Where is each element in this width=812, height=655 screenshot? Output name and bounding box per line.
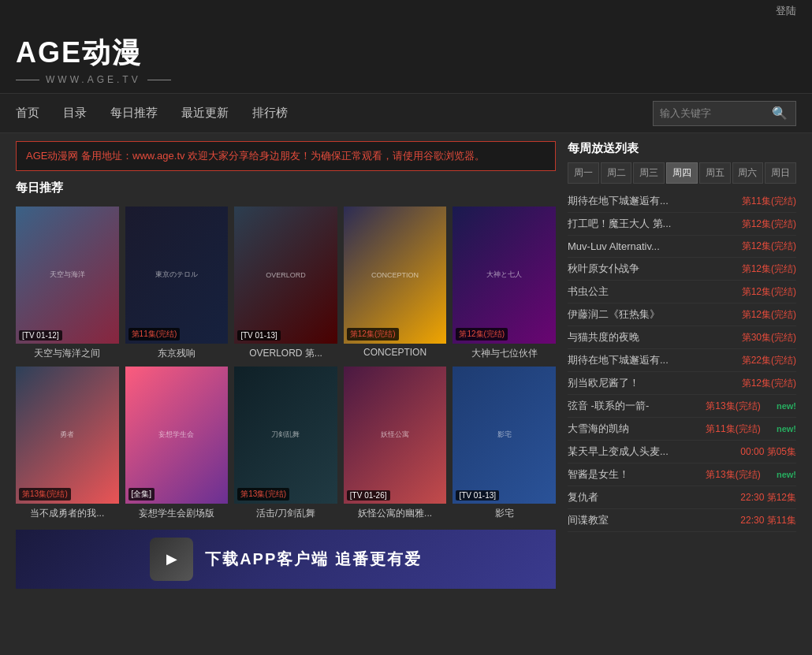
new-badge-9: new! — [777, 401, 796, 411]
anime-title-6: 当不成勇者的我... — [16, 507, 119, 520]
search-box: 🔍 — [653, 101, 796, 126]
tab-friday[interactable]: 周五 — [699, 162, 731, 184]
schedule-item-5[interactable]: 伊藤润二《狂热集》 第12集(完结) — [568, 303, 796, 326]
tab-wednesday[interactable]: 周三 — [633, 162, 665, 184]
daily-section-title: 每日推荐 — [16, 180, 556, 199]
anime-thumb-1: 天空与海洋 [TV 01-12] — [16, 207, 119, 344]
search-input[interactable] — [660, 107, 770, 119]
schedule-item-2[interactable]: Muv-Luv Alternativ... 第12集(完结) — [568, 236, 796, 258]
login-link[interactable]: 登陆 — [776, 5, 796, 17]
nav-home[interactable]: 首页 — [16, 95, 39, 132]
site-header: AGE动漫 WWW.AGE.TV — [0, 22, 812, 94]
anime-badge-2: 第11集(完结) — [129, 328, 181, 341]
weekly-title: 每周放送列表 — [568, 141, 796, 156]
anime-title-3: OVERLORD 第... — [234, 347, 337, 360]
anime-title-4: CONCEPTION — [344, 347, 447, 358]
nav-items: 首页 目录 每日推荐 最近更新 排行榜 — [16, 95, 653, 132]
notice-bar: AGE动漫网 备用地址：www.age.tv 欢迎大家分享给身边朋友！为确保正常… — [16, 141, 556, 171]
anime-card-10[interactable]: 影宅 [TV 01-13] 影宅 — [453, 367, 556, 520]
anime-badge-8: 第13集(完结) — [237, 488, 289, 501]
new-badge-10: new! — [777, 424, 796, 434]
banner-content: 下载APP客户端 追番更有爱 — [205, 549, 422, 570]
top-bar: 登陆 — [0, 0, 812, 22]
anime-badge-3: [TV 01-13] — [237, 330, 281, 341]
nav-daily[interactable]: 每日推荐 — [110, 95, 158, 132]
anime-thumb-4: CONCEPTION 第12集(完结) — [344, 207, 447, 344]
tab-monday[interactable]: 周一 — [568, 162, 599, 184]
anime-thumb-7: 妄想学生会 [全集] — [125, 367, 229, 504]
schedule-item-0[interactable]: 期待在地下城邂逅有... 第11集(完结) — [568, 190, 796, 213]
app-icon: ▶ — [150, 538, 193, 581]
content-left: AGE动漫网 备用地址：www.age.tv 欢迎大家分享给身边朋友！为确保正常… — [16, 141, 556, 589]
anime-card-7[interactable]: 妄想学生会 [全集] 妄想学生会剧场版 — [125, 367, 229, 520]
anime-title-2: 东京残响 — [125, 347, 229, 360]
anime-card-4[interactable]: CONCEPTION 第12集(完结) CONCEPTION — [344, 207, 447, 360]
tab-thursday[interactable]: 周四 — [666, 162, 698, 184]
anime-thumb-6: 勇者 第13集(完结) — [16, 367, 119, 504]
schedule-item-8[interactable]: 别当欧尼酱了！ 第12集(完结) — [568, 372, 796, 395]
anime-badge-6: 第13集(完结) — [19, 488, 71, 501]
anime-title-7: 妄想学生会剧场版 — [125, 507, 229, 520]
main-nav: 首页 目录 每日推荐 最近更新 排行榜 🔍 — [0, 94, 812, 133]
notice-text: AGE动漫网 备用地址：www.age.tv 欢迎大家分享给身边朋友！为确保正常… — [26, 150, 485, 162]
anime-thumb-2: 東京のテロル 第11集(完结) — [125, 207, 229, 344]
nav-recent[interactable]: 最近更新 — [181, 95, 229, 132]
new-badge-12: new! — [777, 470, 796, 479]
anime-thumb-10: 影宅 [TV 01-13] — [453, 367, 556, 504]
anime-card-3[interactable]: OVERLORD [TV 01-13] OVERLORD 第... — [234, 207, 337, 360]
tab-tuesday[interactable]: 周二 — [601, 162, 632, 184]
anime-thumb-3: OVERLORD [TV 01-13] — [234, 207, 337, 344]
schedule-list: 期待在地下城邂逅有... 第11集(完结) 打工吧！魔王大人 第... 第12集… — [568, 190, 796, 532]
anime-card-9[interactable]: 妖怪公寓 [TV 01-26] 妖怪公寓的幽雅... — [344, 367, 447, 520]
weekday-tabs: 周一 周二 周三 周四 周五 周六 周日 — [568, 162, 796, 184]
anime-card-5[interactable]: 大神と七人 第12集(完结) 大神与七位伙伴 — [453, 207, 556, 360]
search-button[interactable]: 🔍 — [770, 106, 789, 121]
schedule-item-7[interactable]: 期待在地下城邂逅有... 第22集(完结) — [568, 349, 796, 372]
anime-grid: 天空与海洋 [TV 01-12] 天空与海洋之间 東京のテロル 第11集(完结)… — [16, 207, 556, 520]
site-logo-subtitle: WWW.AGE.TV — [16, 74, 796, 85]
schedule-item-1[interactable]: 打工吧！魔王大人 第... 第12集(完结) — [568, 213, 796, 236]
anime-badge-9: [TV 01-26] — [347, 490, 390, 501]
schedule-item-4[interactable]: 书虫公主 第12集(完结) — [568, 281, 796, 303]
schedule-item-6[interactable]: 与猫共度的夜晚 第30集(完结) — [568, 326, 796, 349]
anime-badge-7: [全集] — [129, 488, 155, 501]
schedule-item-9[interactable]: 弦音 -联系的一箭- 第13集(完结) new! — [568, 395, 796, 418]
anime-title-1: 天空与海洋之间 — [16, 347, 119, 360]
anime-card-2[interactable]: 東京のテロル 第11集(完结) 东京残响 — [125, 207, 229, 360]
anime-thumb-5: 大神と七人 第12集(完结) — [453, 207, 556, 344]
schedule-item-14[interactable]: 间谍教室 22:30 第11集 — [568, 509, 796, 532]
anime-badge-1: [TV 01-12] — [19, 330, 62, 341]
anime-badge-5: 第12集(完结) — [456, 328, 508, 341]
anime-thumb-9: 妖怪公寓 [TV 01-26] — [344, 367, 447, 504]
anime-card-1[interactable]: 天空与海洋 [TV 01-12] 天空与海洋之间 — [16, 207, 119, 360]
app-banner[interactable]: ▶ 下载APP客户端 追番更有爱 — [16, 530, 556, 589]
anime-thumb-8: 刀剣乱舞 第13集(完结) — [234, 367, 337, 504]
schedule-item-13[interactable]: 复仇者 22:30 第12集 — [568, 486, 796, 509]
anime-title-9: 妖怪公寓的幽雅... — [344, 507, 447, 520]
anime-badge-4: 第12集(完结) — [347, 328, 399, 341]
tab-saturday[interactable]: 周六 — [732, 162, 764, 184]
anime-title-10: 影宅 — [453, 507, 556, 520]
schedule-item-12[interactable]: 智酱是女生！ 第13集(完结) new! — [568, 463, 796, 486]
anime-title-5: 大神与七位伙伴 — [453, 347, 556, 360]
schedule-item-10[interactable]: 大雪海的凯纳 第11集(完结) new! — [568, 418, 796, 441]
schedule-item-11[interactable]: 某天早上变成人头麦... 00:00 第05集 — [568, 441, 796, 463]
tab-sunday[interactable]: 周日 — [765, 162, 796, 184]
anime-badge-10: [TV 01-13] — [456, 490, 499, 501]
schedule-item-3[interactable]: 秋叶原女仆战争 第12集(完结) — [568, 258, 796, 281]
anime-card-8[interactable]: 刀剣乱舞 第13集(完结) 活击/刀剑乱舞 — [234, 367, 337, 520]
main-content: AGE动漫网 备用地址：www.age.tv 欢迎大家分享给身边朋友！为确保正常… — [0, 133, 812, 597]
site-logo-title: AGE动漫 — [16, 34, 796, 73]
anime-title-8: 活击/刀剑乱舞 — [234, 507, 337, 520]
nav-directory[interactable]: 目录 — [63, 95, 87, 132]
nav-ranking[interactable]: 排行榜 — [252, 95, 288, 132]
banner-main-text: 下载APP客户端 追番更有爱 — [205, 549, 422, 570]
content-right: 每周放送列表 周一 周二 周三 周四 周五 周六 周日 期待在地下城邂逅有...… — [568, 141, 796, 589]
anime-card-6[interactable]: 勇者 第13集(完结) 当不成勇者的我... — [16, 367, 119, 520]
